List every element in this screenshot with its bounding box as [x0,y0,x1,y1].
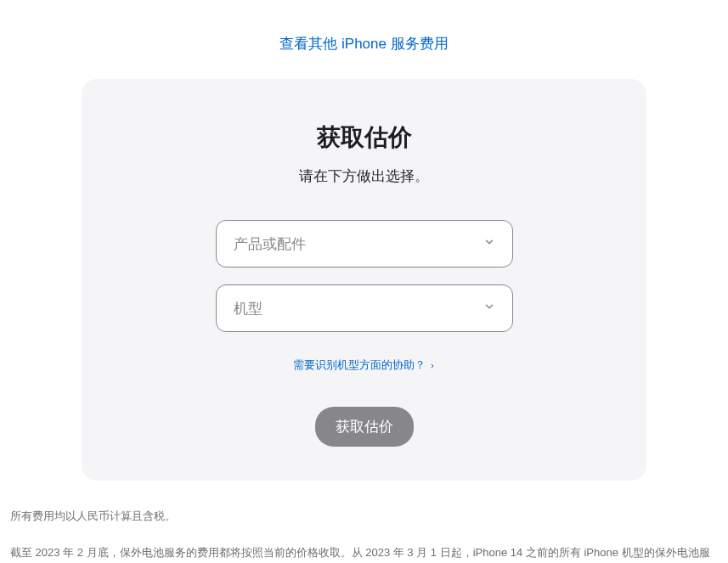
help-link-text: 需要识别机型方面的协助？ [293,358,426,373]
chevron-down-icon [483,236,495,251]
top-other-services-link[interactable]: 查看其他 iPhone 服务费用 [0,0,728,79]
product-select-placeholder: 产品或配件 [234,234,483,254]
product-select[interactable]: 产品或配件 [216,220,513,267]
model-select-placeholder: 机型 [234,299,483,318]
get-estimate-button[interactable]: 获取估价 [315,407,414,447]
model-select[interactable]: 机型 [216,284,513,332]
chevron-down-icon [483,301,495,316]
card-title: 获取估价 [124,121,604,154]
estimate-card: 获取估价 请在下方做出选择。 产品或配件 机型 需要识别机型方面的协助？ 获取估… [82,79,646,481]
identify-model-help-link[interactable]: 需要识别机型方面的协助？ [293,358,436,373]
chevron-right-icon [429,359,436,372]
footer-text: 所有费用均以人民币计算且含税。 截至 2023 年 2 月底，保外电池服务的费用… [0,481,728,563]
footer-line-2: 截至 2023 年 2 月底，保外电池服务的费用都将按照当前的价格收取。从 20… [10,543,718,563]
card-subtitle: 请在下方做出选择。 [124,166,604,186]
footer-line-1: 所有费用均以人民币计算且含税。 [10,506,718,527]
